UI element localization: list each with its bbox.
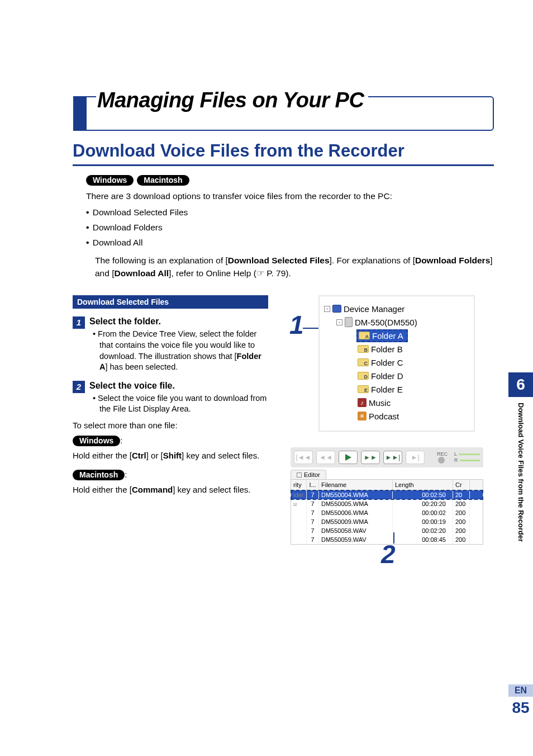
macintosh-multiselect-text: Hold either the [Command] key and select… (73, 484, 268, 496)
page-title: Managing Files on Your PC (96, 88, 368, 112)
download-selected-files-header: Download Selected Files (73, 295, 268, 309)
os-badges: Windows Macintosh (86, 175, 494, 186)
fast-forward-button[interactable]: ►► (361, 451, 380, 464)
table-row[interactable]: 7DM550058.WAV00:02:20200 (291, 526, 483, 535)
page-title-bar: Managing Files on Your PC (73, 89, 494, 131)
windows-badge: Windows (86, 175, 134, 186)
next-track-button[interactable]: ►►| (383, 451, 402, 464)
step-2-number: 2 (73, 381, 85, 393)
download-options-list: Download Selected Files Download Folders… (86, 205, 494, 250)
tree-folder-a[interactable]: A Folder A (324, 329, 469, 342)
podcast-icon: ☀ (358, 412, 367, 420)
record-button[interactable] (438, 457, 445, 464)
table-row[interactable]: 7DM550006.WMA00:00:02200 (291, 508, 483, 517)
step-1-description: From the Device Tree View, select the fo… (99, 329, 268, 372)
callout-1: 1 (289, 310, 304, 340)
callout-2: 2 (381, 539, 396, 569)
editor-tab[interactable]: Editor (291, 470, 326, 479)
tree-folder-c[interactable]: C Folder C (324, 356, 469, 369)
chapter-number: 6 (508, 372, 533, 397)
expand-icon[interactable]: - (336, 319, 342, 325)
skip-button[interactable]: ►| (406, 451, 425, 464)
folder-icon: B (358, 345, 369, 353)
folder-icon: A (359, 332, 370, 339)
file-list-table: rity I... Filename Length Cr lder7DM5500… (291, 479, 483, 545)
music-icon: ♪ (358, 398, 367, 407)
step-1: 1 Select the folder. From the Device Tre… (73, 316, 268, 372)
folder-icon: D (358, 372, 369, 380)
tree-folder-e[interactable]: E Folder E (324, 382, 469, 396)
device-manager-icon (332, 305, 341, 313)
table-row[interactable]: u7DM550005.WMA00:20:20200 (291, 499, 483, 508)
tree-root[interactable]: - Device Manager (324, 302, 469, 315)
folder-icon: E (358, 385, 369, 393)
table-row[interactable]: 7DM550009.WMA00:00:19200 (291, 517, 483, 526)
macintosh-badge-inline: Macintosh (73, 470, 125, 480)
page-number: 85 (508, 699, 533, 717)
device-tree-screenshot: - Device Manager - DM-550(DM550) A Folde… (318, 295, 475, 432)
language-badge: EN (508, 684, 533, 697)
chapter-label: Download Voice Files from the Recorder (517, 403, 525, 582)
tree-music[interactable]: ♪ Music (324, 396, 469, 409)
explanation-text: The following is an explanation of [Down… (95, 254, 494, 280)
tree-device[interactable]: - DM-550(DM550) (324, 315, 469, 329)
windows-multiselect-text: Hold either the [Ctrl] or [Shift] key an… (73, 450, 268, 462)
player-toolbar: |◄◄ ◄◄ ►► ►►| ►| REC L R (291, 447, 483, 467)
option-folders: Download Folders (86, 220, 494, 235)
recorder-icon (345, 317, 353, 327)
step-2: 2 Select the voice file. Select the voic… (73, 381, 268, 415)
rewind-button[interactable]: ◄◄ (316, 451, 335, 464)
intro-text: There are 3 download options to transfer… (86, 190, 494, 202)
tree-folder-b[interactable]: B Folder B (324, 342, 469, 356)
option-selected-files: Download Selected Files (86, 205, 494, 220)
windows-badge-inline: Windows (73, 436, 120, 446)
step-1-number: 1 (73, 316, 85, 329)
play-icon (345, 454, 351, 461)
prev-track-button[interactable]: |◄◄ (294, 451, 313, 464)
folder-icon: C (358, 358, 369, 366)
step-2-title: Select the voice file. (89, 381, 268, 391)
play-button[interactable] (339, 451, 358, 464)
file-list-header: rity I... Filename Length Cr (291, 480, 483, 490)
section-title: Download Voice Files from the Recorder (73, 141, 494, 166)
tree-folder-d[interactable]: D Folder D (324, 369, 469, 382)
file-list-screenshot: |◄◄ ◄◄ ►► ►►| ►| REC L R (291, 447, 483, 545)
level-meter: L R (452, 452, 480, 463)
table-row[interactable]: lder7DM550004.WMA00:02:5020 (291, 490, 483, 499)
rec-label: REC (437, 452, 448, 457)
tab-icon (297, 472, 302, 478)
chapter-tab: 6 Download Voice Files from the Recorder (508, 372, 533, 582)
multi-select-intro: To select more than one file: (73, 420, 268, 430)
page-footer: EN 85 (508, 684, 533, 717)
expand-icon[interactable]: - (324, 306, 330, 312)
macintosh-badge: Macintosh (137, 175, 189, 186)
tree-podcast[interactable]: ☀ Podcast (324, 409, 469, 423)
step-1-title: Select the folder. (89, 316, 268, 327)
option-all: Download All (86, 235, 494, 250)
step-2-description: Select the voice file you want to downlo… (99, 393, 268, 415)
